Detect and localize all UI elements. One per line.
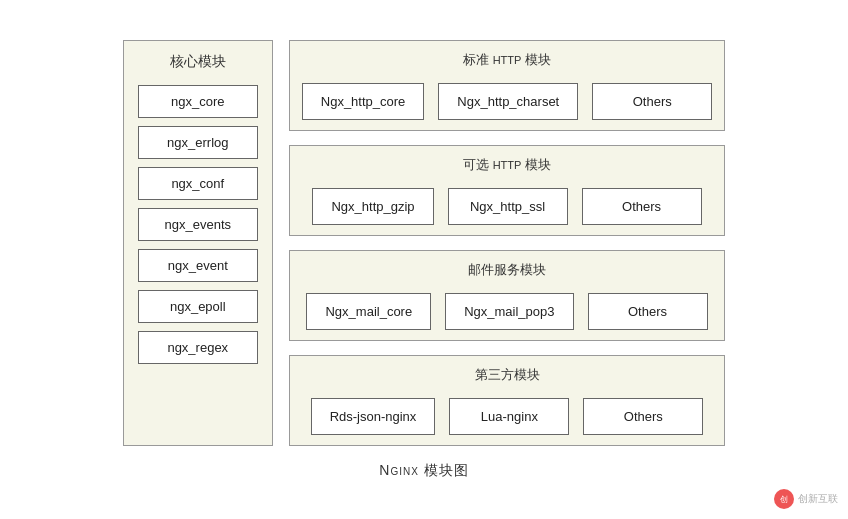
- category-module-box: Lua-nginx: [449, 398, 569, 435]
- modules-row-0: Ngx_http_coreNgx_http_charsetOthers: [302, 83, 712, 120]
- category-panel-2: 邮件服务模块Ngx_mail_coreNgx_mail_pop3Others: [289, 250, 725, 341]
- category-module-box: Others: [583, 398, 703, 435]
- category-title-3: 第三方模块: [475, 366, 540, 384]
- core-panel: 核心模块 ngx_corengx_errlogngx_confngx_event…: [123, 40, 273, 446]
- modules-row-1: Ngx_http_gzipNgx_http_sslOthers: [312, 188, 701, 225]
- category-module-box: Others: [592, 83, 712, 120]
- diagram-container: 核心模块 ngx_corengx_errlogngx_confngx_event…: [123, 40, 725, 446]
- category-module-box: Rds-json-nginx: [311, 398, 436, 435]
- category-title-2: 邮件服务模块: [468, 261, 546, 279]
- core-module-box: ngx_event: [138, 249, 258, 282]
- category-panel-1: 可选 HTTP 模块Ngx_http_gzipNgx_http_sslOther…: [289, 145, 725, 236]
- core-module-box: ngx_errlog: [138, 126, 258, 159]
- core-module-box: ngx_regex: [138, 331, 258, 364]
- modules-row-2: Ngx_mail_coreNgx_mail_pop3Others: [306, 293, 707, 330]
- watermark: 创 创新互联: [774, 489, 838, 509]
- category-module-box: Others: [582, 188, 702, 225]
- core-module-box: ngx_conf: [138, 167, 258, 200]
- modules-row-3: Rds-json-nginxLua-nginxOthers: [311, 398, 704, 435]
- watermark-logo: 创: [774, 489, 794, 509]
- category-module-box: Ngx_mail_core: [306, 293, 431, 330]
- categories-container: 标准 HTTP 模块Ngx_http_coreNgx_http_charsetO…: [289, 40, 725, 446]
- right-panels: 标准 HTTP 模块Ngx_http_coreNgx_http_charsetO…: [289, 40, 725, 446]
- category-title-1: 可选 HTTP 模块: [463, 156, 551, 174]
- category-module-box: Ngx_http_charset: [438, 83, 578, 120]
- core-module-box: ngx_epoll: [138, 290, 258, 323]
- watermark-text: 创新互联: [798, 492, 838, 506]
- category-module-box: Others: [588, 293, 708, 330]
- core-module-box: ngx_events: [138, 208, 258, 241]
- category-module-box: Ngx_http_ssl: [448, 188, 568, 225]
- core-modules-container: ngx_corengx_errlogngx_confngx_eventsngx_…: [138, 85, 258, 364]
- category-module-box: Ngx_http_gzip: [312, 188, 433, 225]
- diagram-caption: Nginx 模块图: [123, 462, 725, 480]
- core-panel-title: 核心模块: [170, 53, 226, 71]
- category-title-0: 标准 HTTP 模块: [463, 51, 551, 69]
- caption-text: Nginx 模块图: [379, 462, 468, 478]
- category-panel-3: 第三方模块Rds-json-nginxLua-nginxOthers: [289, 355, 725, 446]
- category-panel-0: 标准 HTTP 模块Ngx_http_coreNgx_http_charsetO…: [289, 40, 725, 131]
- category-module-box: Ngx_http_core: [302, 83, 425, 120]
- core-module-box: ngx_core: [138, 85, 258, 118]
- category-module-box: Ngx_mail_pop3: [445, 293, 573, 330]
- diagram-wrapper: 核心模块 ngx_corengx_errlogngx_confngx_event…: [123, 40, 725, 480]
